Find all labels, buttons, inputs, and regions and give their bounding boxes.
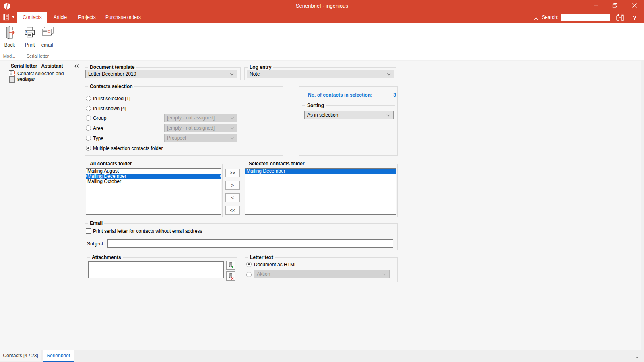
print-without-email-checkbox-label[interactable]: Print serial letter for contacts without… (93, 228, 202, 234)
print-label: Print (22, 42, 38, 48)
group-combo: [empty - not assigned] (164, 114, 237, 122)
remove-all-button[interactable]: << (225, 206, 240, 215)
tab-purchase-orders[interactable]: Purchase orders (101, 12, 145, 23)
radio-label[interactable]: In list shown [4] (93, 106, 126, 111)
email-button[interactable]: email (39, 25, 56, 53)
type-combo: Prospect (164, 134, 237, 142)
chevron-down-icon (231, 136, 234, 139)
chevron-down-icon (383, 272, 386, 275)
radio-in-list-selected[interactable] (86, 96, 91, 101)
close-button[interactable] (629, 2, 640, 10)
tab-projects[interactable]: Projects (73, 12, 101, 23)
type-combo-value: Prospect (167, 135, 186, 141)
group-combo-value: [empty - not assigned] (167, 115, 215, 121)
sorting-combo[interactable]: As in selection (304, 111, 394, 119)
app-menu-button[interactable] (3, 14, 16, 22)
search-binoculars-icon[interactable] (616, 14, 625, 23)
back-label: Back (1, 42, 19, 48)
radio-action[interactable] (246, 272, 252, 277)
collapse-panel-icon[interactable] (74, 64, 79, 70)
radio-in-list-shown[interactable] (86, 106, 91, 111)
radio-area[interactable] (86, 125, 91, 131)
tab-article[interactable]: Article (47, 12, 73, 23)
radio-group[interactable] (86, 115, 91, 121)
ribbon-toolbar: Back Print (0, 23, 644, 60)
action-combo: Aktion (254, 270, 390, 278)
subject-input[interactable] (107, 239, 393, 248)
attachment-add-icon (227, 261, 234, 270)
print-without-email-checkbox[interactable] (86, 228, 91, 234)
document-template-combo[interactable]: Letter December 2019 (85, 70, 237, 78)
content-panel: Serial letter - Assistant Conatct select… (0, 61, 641, 350)
app-menu-icon (3, 16, 11, 22)
main-menu-bar: Contacts Article Projects Purchase order… (0, 12, 644, 23)
selected-contacts-folder-list[interactable]: Mailing December (245, 168, 396, 215)
radio-type[interactable] (86, 136, 91, 141)
back-button[interactable]: Back (1, 25, 19, 53)
sidebar-item-contact-selection[interactable]: Conatct selection and settings (9, 70, 80, 77)
add-attachment-button[interactable] (226, 261, 235, 270)
chevron-down-icon (387, 72, 390, 75)
print-button[interactable]: Print (22, 25, 38, 53)
radio-multiple-selection[interactable] (86, 146, 91, 151)
area-combo: [empty - not assigned] (164, 124, 237, 132)
print-icon (24, 26, 36, 40)
search-label: Search: (542, 14, 558, 20)
contacts-count-value: 3 (380, 92, 396, 98)
attachment-remove-icon (227, 272, 234, 281)
ribbon-collapse-icon[interactable] (534, 16, 539, 22)
chevron-down-icon (230, 72, 233, 75)
contacts-selection-label: Contacts selection (88, 84, 134, 90)
bottom-tab-bar: Contacts [4 / 23] Serienbrief (0, 350, 644, 362)
all-contacts-folder-list[interactable]: Mailing August Mailing December Mailing … (86, 168, 221, 215)
radio-document-as-html[interactable] (246, 262, 252, 267)
tab-list-caret-icon[interactable] (635, 354, 640, 360)
remove-attachment-button[interactable] (226, 272, 235, 281)
ribbon-group-separator (19, 24, 19, 58)
chevron-down-icon (231, 126, 234, 129)
document-template-value: Letter December 2019 (88, 71, 136, 77)
assistant-panel-title: Serial letter - Assistant (11, 63, 63, 69)
attachments-list[interactable] (88, 261, 224, 278)
tab-contacts[interactable]: Contacts (17, 12, 47, 23)
sorting-label: Sorting (305, 103, 326, 109)
sorting-value: As in selection (307, 112, 338, 118)
email-label: email (39, 42, 56, 48)
restore-button[interactable] (609, 2, 621, 10)
radio-label[interactable]: Area (93, 125, 103, 131)
help-icon[interactable]: ? (633, 14, 636, 21)
radio-label[interactable]: Multiple selection contacts folder (93, 146, 163, 151)
search-input[interactable] (561, 14, 610, 21)
log-entry-value: Note (250, 71, 260, 77)
application-window: Serienbrief - ingenious Contacts Article… (0, 0, 644, 362)
minimize-button[interactable] (590, 2, 601, 10)
bottom-tab-contacts[interactable]: Contacts [4 / 23] (0, 350, 41, 361)
action-combo-value: Aktion (257, 271, 270, 277)
chevron-down-icon (387, 113, 390, 116)
bottom-tab-serienbrief[interactable]: Serienbrief (43, 350, 74, 362)
radio-label[interactable]: Document as HTML (254, 262, 297, 267)
email-icon (41, 27, 54, 40)
subject-label: Subject (87, 241, 103, 247)
contacts-count-label: No. of contacts in selection: (308, 92, 372, 98)
add-all-button[interactable]: >> (225, 169, 240, 177)
radio-label[interactable]: In list selected [1] (93, 96, 130, 101)
title-bar: Serienbrief - ingenious (0, 0, 644, 12)
sidebar-item-preview[interactable]: Preview (9, 76, 80, 83)
preview-document-icon (9, 76, 15, 84)
letter-text-label: Letter text (248, 255, 275, 261)
list-item[interactable]: Mailing October (86, 179, 221, 184)
radio-label[interactable]: Type (93, 136, 103, 141)
remove-one-button[interactable]: < (225, 193, 240, 202)
chevron-down-icon (231, 116, 234, 119)
area-combo-value: [empty - not assigned] (167, 125, 215, 131)
document-template-label: Document template (88, 64, 136, 70)
log-entry-label: Log entry (248, 64, 273, 70)
add-one-button[interactable]: > (225, 181, 240, 190)
list-item[interactable]: Mailing December (245, 169, 396, 174)
restore-icon (612, 3, 618, 10)
log-entry-combo[interactable]: Note (247, 70, 394, 78)
radio-label[interactable]: Group (93, 115, 106, 121)
ribbon-group-separator (57, 24, 57, 58)
all-contacts-folder-label: All contacts folder (88, 161, 134, 167)
